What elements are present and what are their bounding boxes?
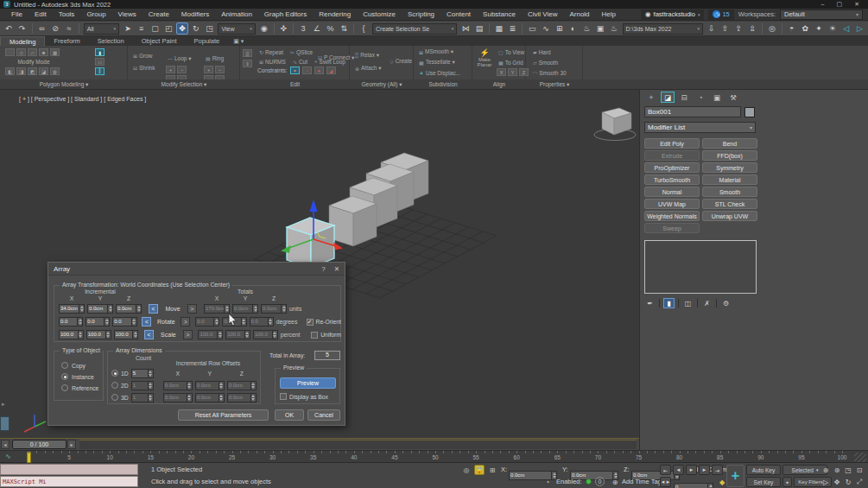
next-frame-slider-button[interactable]: ► bbox=[67, 440, 76, 449]
loop-grow-button[interactable]: + bbox=[166, 66, 175, 73]
spinner-arrows-icon[interactable] bbox=[107, 305, 112, 313]
ribbon-tab-object-paint[interactable]: Object Paint bbox=[133, 36, 186, 46]
bone-tool-icon[interactable]: ✦ bbox=[813, 22, 825, 35]
incremental-move-x[interactable]: 34.0cm bbox=[59, 304, 85, 314]
select-and-move-icon[interactable]: ✥ bbox=[176, 22, 188, 35]
viewport-label[interactable]: [ + ] [ Perspective ] [ Standard ] [ Edg… bbox=[19, 96, 146, 102]
menu-item-animation[interactable]: Animation bbox=[215, 9, 258, 21]
radio-reference[interactable]: Reference bbox=[61, 384, 98, 391]
large-plus-button[interactable]: + bbox=[726, 465, 744, 487]
curve-editor-icon[interactable]: ∿ bbox=[540, 22, 552, 35]
make-unique-icon[interactable]: ◫ bbox=[682, 298, 694, 308]
edit-named-selection-icon[interactable]: { bbox=[358, 22, 370, 35]
panel-tab-motion[interactable]: ◔ bbox=[694, 92, 707, 103]
y-coordinate-field[interactable]: 0.0cm bbox=[570, 465, 618, 475]
current-frame[interactable]: 0 bbox=[674, 483, 713, 488]
border-mode-button[interactable]: ▱ bbox=[28, 48, 37, 56]
constraint-face-button[interactable]: ● bbox=[314, 67, 324, 74]
degradation-override-button[interactable]: 0 bbox=[595, 477, 605, 486]
unlink-selection-icon[interactable]: ⊘ bbox=[49, 22, 61, 35]
box[interactable] bbox=[329, 196, 377, 246]
show-end-result-icon[interactable]: ▮ bbox=[663, 298, 675, 308]
make-planar-button[interactable]: ⚡ Make Planar bbox=[474, 48, 495, 67]
modifier-button-uvw-map[interactable]: UVW Map bbox=[644, 199, 700, 209]
zoom-all-icon[interactable]: ⊛ bbox=[832, 465, 842, 475]
spinner-arrows-icon[interactable] bbox=[79, 305, 84, 313]
incremental-scale-y[interactable]: 100.0 bbox=[86, 330, 111, 339]
spinner-snap-icon[interactable]: ⇅ bbox=[339, 22, 351, 35]
smooth-button[interactable]: ▱Smooth bbox=[531, 58, 568, 67]
maxscript-mini-listener-pink[interactable] bbox=[0, 464, 138, 475]
viewport-layout-tab[interactable] bbox=[0, 416, 10, 431]
rectangular-selection-region-icon[interactable]: ▢ bbox=[149, 22, 162, 35]
cancel-button[interactable]: Cancel bbox=[307, 409, 340, 421]
notification-badge[interactable]: ◷ 15 bbox=[708, 10, 733, 20]
menu-item-arnold[interactable]: Arnold bbox=[563, 9, 595, 21]
radio-2d[interactable] bbox=[111, 382, 118, 389]
spinner-arrows-icon[interactable] bbox=[104, 318, 109, 326]
window-crossing-icon[interactable]: ◰ bbox=[162, 22, 174, 35]
absolute-offset-mode-icon[interactable]: ⊞ bbox=[487, 465, 497, 475]
radio-instance[interactable]: Instance bbox=[61, 373, 98, 380]
reference-coordinate-dropdown[interactable]: View▾ bbox=[218, 23, 255, 35]
pin-stack-icon[interactable]: ✒ bbox=[644, 298, 656, 308]
pm-toggle-button[interactable]: ⫿ bbox=[95, 67, 105, 75]
key-mode-toggle-button[interactable]: ◄► bbox=[660, 477, 671, 487]
angle-snap-icon[interactable]: ∠ bbox=[311, 22, 323, 35]
percent-snap-icon[interactable]: % bbox=[325, 22, 337, 35]
panel-tab-modify[interactable]: ◪ bbox=[661, 92, 675, 103]
goto-start-button[interactable]: ⇤ bbox=[660, 465, 671, 475]
incremental-arrow-button[interactable]: < bbox=[149, 304, 158, 314]
menu-item-rendering[interactable]: Rendering bbox=[313, 9, 357, 21]
modifier-button-bend[interactable]: Bend bbox=[702, 138, 757, 149]
edit-tool-button[interactable]: ▒ bbox=[243, 49, 252, 57]
ribbon-tab-selection[interactable]: Selection bbox=[89, 36, 133, 46]
spinner-arrows-icon[interactable] bbox=[105, 331, 111, 339]
orbit-icon[interactable]: ↻ bbox=[843, 477, 853, 487]
caption-polygon-modeling[interactable]: Polygon Modeling ▾ bbox=[0, 79, 128, 90]
hard-button[interactable]: ▰Hard bbox=[531, 48, 568, 56]
selection-lock-icon[interactable]: 🔒 bbox=[474, 465, 485, 475]
bind-to-space-warp-icon[interactable]: ≈ bbox=[63, 22, 75, 35]
mirror-icon[interactable]: ⋈ bbox=[459, 22, 472, 35]
asset-save-icon[interactable]: ⇧ bbox=[719, 22, 732, 35]
incremental-rotate-y[interactable]: 0.0 bbox=[86, 317, 110, 326]
modifier-list-dropdown[interactable]: Modifier List▾ bbox=[644, 122, 756, 133]
asset-export-icon[interactable]: ⇫ bbox=[746, 22, 758, 35]
set-key-button[interactable]: Set Key bbox=[746, 477, 781, 487]
next-frame-button[interactable]: ► bbox=[699, 465, 710, 475]
maximize-button[interactable]: ▢ bbox=[837, 1, 843, 8]
modifier-button-unwrap-uvw[interactable]: Unwrap UVW bbox=[702, 211, 757, 221]
isolate-selection-icon[interactable]: ◎ bbox=[766, 22, 778, 35]
ribbon-tab-populate[interactable]: Populate bbox=[186, 36, 229, 46]
select-object-icon[interactable]: ➤ bbox=[122, 22, 134, 35]
spinner-arrows-icon[interactable] bbox=[136, 305, 141, 313]
pm-tool-button[interactable]: ◨ bbox=[16, 67, 26, 75]
layer-explorer-icon[interactable]: ≣ bbox=[507, 22, 519, 35]
redo-icon[interactable]: ↷ bbox=[16, 22, 29, 35]
object-color-swatch[interactable] bbox=[744, 107, 755, 117]
menu-item-customize[interactable]: Customize bbox=[357, 9, 402, 21]
to-grid-button[interactable]: ▦To Grid bbox=[497, 58, 529, 67]
select-and-manipulate-icon[interactable]: ✜ bbox=[278, 22, 290, 35]
radio-3d[interactable] bbox=[111, 394, 118, 401]
account-menu[interactable]: ◉ fasttrackstudio ▾ bbox=[641, 10, 704, 20]
scene-explorer-icon[interactable]: ▦ bbox=[493, 22, 505, 35]
radio-copy[interactable]: Copy bbox=[61, 362, 98, 369]
menu-item-views[interactable]: Views bbox=[112, 9, 143, 21]
modifier-button-material[interactable]: Material bbox=[702, 174, 757, 185]
field-of-view-icon[interactable]: ▷ bbox=[820, 477, 831, 487]
rendered-frame-icon[interactable]: ▣ bbox=[594, 22, 606, 35]
use-displacement-button[interactable]: ▲Use Displac... bbox=[417, 68, 462, 77]
light-tool-icon[interactable]: ☀ bbox=[827, 22, 839, 35]
zoom-icon[interactable]: ⊕ bbox=[820, 465, 831, 475]
select-and-link-icon[interactable]: ∞ bbox=[36, 22, 48, 35]
select-and-scale-icon[interactable]: ◳ bbox=[204, 22, 216, 35]
menu-item-file[interactable]: File bbox=[5, 9, 29, 21]
configure-modifier-sets-icon[interactable]: ⚙ bbox=[720, 298, 732, 308]
track-bar[interactable]: ∿ 51015202530354045505560657075808590951… bbox=[0, 450, 868, 463]
loop-button[interactable]: —Loop ▾ bbox=[166, 54, 193, 63]
reset-all-parameters-button[interactable]: Reset All Parameters bbox=[178, 409, 269, 421]
repeat-button[interactable]: ↻Repeat bbox=[257, 48, 285, 56]
align-icon[interactable]: ▤ bbox=[473, 22, 485, 35]
